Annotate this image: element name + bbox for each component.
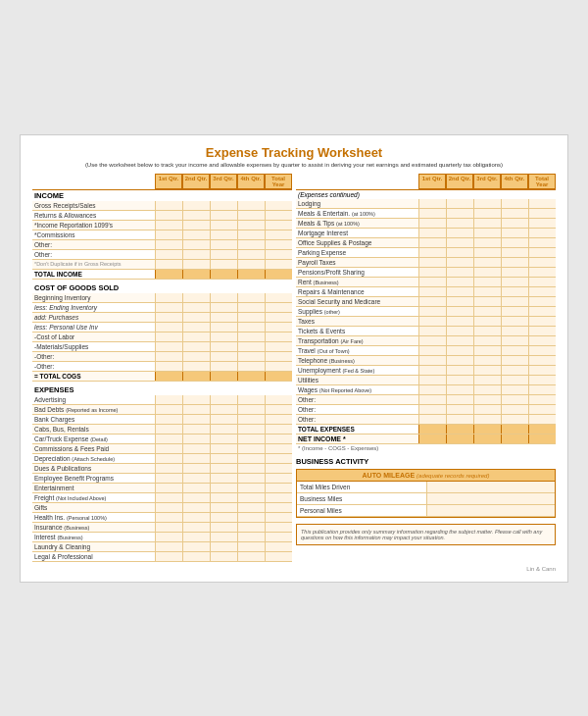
col-header-q4-left: 4th Qtr. bbox=[237, 174, 265, 189]
table-row: Lodging bbox=[296, 199, 556, 209]
table-row: Meals & Entertain. (at 100%) bbox=[296, 209, 556, 219]
table-row: Gross Receipts/Sales bbox=[32, 201, 292, 211]
expenses-section-title: EXPENSES bbox=[32, 384, 292, 395]
footer: Lin & Cann bbox=[32, 566, 556, 572]
table-row: Employee Benefit Programs bbox=[32, 474, 292, 484]
table-row: add: Purchases bbox=[32, 313, 292, 323]
income-section-title: INCOME bbox=[32, 190, 292, 201]
table-row: Rent (Business) bbox=[296, 278, 556, 287]
left-col-headers: 1st Qtr. 2nd Qtr. 3rd Qtr. 4th Qtr. Tota… bbox=[32, 174, 292, 190]
table-row: Supplies (other) bbox=[296, 307, 556, 317]
label-spacer-right bbox=[296, 174, 418, 189]
table-row: Travel (Out of Town) bbox=[296, 346, 556, 356]
income-formula: * (Income - COGS - Expenses) bbox=[296, 444, 556, 452]
table-row: Telephone (Business) bbox=[296, 356, 556, 366]
table-row: Meals & Tips (at 100%) bbox=[296, 219, 556, 229]
table-row: Other: bbox=[32, 240, 292, 250]
table-row: Advertising bbox=[32, 395, 292, 405]
table-row: Laundry & Cleaning bbox=[32, 542, 292, 552]
table-row: Office Supplies & Postage bbox=[296, 238, 556, 248]
label-spacer bbox=[32, 174, 155, 189]
table-row: Payroll Taxes bbox=[296, 258, 556, 268]
table-row: *Commissions bbox=[32, 230, 292, 240]
auto-mileage-header: AUTO MILEAGE (adequate records required) bbox=[297, 470, 555, 482]
table-row: -Cost of Labor bbox=[32, 332, 292, 342]
table-row: Other: bbox=[296, 405, 556, 415]
business-activity-title: BUSINESS ACTIVITY bbox=[296, 457, 556, 466]
total-cogs-row: = TOTAL COGS bbox=[32, 372, 292, 382]
col-header-q4-right: 4th Qtr. bbox=[501, 174, 528, 189]
table-row: Bad Debts (Reported as Income) bbox=[32, 405, 292, 415]
table-row: Transportation (Air Fare) bbox=[296, 336, 556, 346]
table-row: Insurance (Business) bbox=[32, 523, 292, 533]
expenses-cont-title: (Expenses continued) bbox=[296, 190, 556, 199]
disclaimer: This publication provides only summary i… bbox=[296, 524, 556, 545]
col-header-q1-right: 1st Qtr. bbox=[418, 174, 446, 189]
table-row: less: Ending Inventory bbox=[32, 303, 292, 313]
mileage-row-total: Total Miles Driven bbox=[297, 482, 555, 493]
table-row: Dues & Publications bbox=[32, 464, 292, 474]
table-row: Health Ins. (Personal 100%) bbox=[32, 513, 292, 523]
table-row: Cabs, Bus, Rentals bbox=[32, 425, 292, 435]
col-header-total-left: Total Year bbox=[265, 174, 292, 189]
table-row: Commissions & Fees Paid bbox=[32, 444, 292, 454]
table-row: Unemployment (Fed & State) bbox=[296, 366, 556, 376]
table-row: Entertainment bbox=[32, 484, 292, 493]
table-row: Other: bbox=[32, 250, 292, 260]
table-row: Parking Expense bbox=[296, 248, 556, 258]
table-row: Bank Charges bbox=[32, 415, 292, 425]
page-subtitle: (Use the worksheet below to track your i… bbox=[32, 162, 556, 168]
table-row: Gifts bbox=[32, 503, 292, 513]
mileage-row-business: Business Miles bbox=[297, 493, 555, 505]
table-row: Social Security and Medicare bbox=[296, 297, 556, 307]
table-row: Tickets & Events bbox=[296, 327, 556, 336]
table-row: Wages (Not Reported Above) bbox=[296, 385, 556, 395]
table-row: Pensions/Profit Sharing bbox=[296, 268, 556, 278]
table-row: Legal & Professional bbox=[32, 552, 292, 562]
col-header-q3-left: 3rd Qtr. bbox=[210, 174, 237, 189]
right-col-headers: 1st Qtr. 2nd Qtr. 3rd Qtr. 4th Qtr. Tota… bbox=[296, 174, 556, 190]
table-row: Interest (Business) bbox=[32, 533, 292, 542]
cogs-section-title: COST OF GOODS SOLD bbox=[32, 282, 292, 293]
right-column: 1st Qtr. 2nd Qtr. 3rd Qtr. 4th Qtr. Tota… bbox=[296, 174, 556, 562]
table-row: Taxes bbox=[296, 317, 556, 327]
table-row: Depreciation (Attach Schedule) bbox=[32, 454, 292, 464]
col-header-q2-left: 2nd Qtr. bbox=[182, 174, 210, 189]
table-row: -Materials/Supplies bbox=[32, 342, 292, 352]
table-row: *Income Reportation 1099's bbox=[32, 221, 292, 230]
main-grid: 1st Qtr. 2nd Qtr. 3rd Qtr. 4th Qtr. Tota… bbox=[32, 174, 556, 562]
table-row: *Don't Duplicate if in Gross Receipts bbox=[32, 260, 292, 270]
table-row: Utilities bbox=[296, 376, 556, 385]
table-row: less: Personal Use Inv bbox=[32, 323, 292, 332]
page: Expense Tracking Worksheet (Use the work… bbox=[20, 134, 568, 583]
col-header-total-right: Total Year bbox=[528, 174, 556, 189]
left-column: 1st Qtr. 2nd Qtr. 3rd Qtr. 4th Qtr. Tota… bbox=[32, 174, 292, 562]
table-row: Returns & Allowances bbox=[32, 211, 292, 221]
total-expenses-row: TOTAL EXPENSES bbox=[296, 425, 556, 435]
page-title: Expense Tracking Worksheet bbox=[32, 145, 556, 160]
table-row: Mortgage Interest bbox=[296, 229, 556, 238]
col-header-q3-right: 3rd Qtr. bbox=[473, 174, 501, 189]
total-income-row: TOTAL INCOME bbox=[32, 270, 292, 280]
table-row: -Other: bbox=[32, 362, 292, 372]
col-header-q1-left: 1st Qtr. bbox=[155, 174, 182, 189]
table-row: Repairs & Maintenance bbox=[296, 287, 556, 297]
table-row: -Other: bbox=[32, 352, 292, 362]
table-row: Freight (Not Included Above) bbox=[32, 493, 292, 503]
net-income-row: NET INCOME * bbox=[296, 435, 556, 444]
table-row: Car/Truck Expense (Detail) bbox=[32, 435, 292, 444]
col-header-q2-right: 2nd Qtr. bbox=[446, 174, 473, 189]
table-row: Other: bbox=[296, 395, 556, 405]
auto-mileage-box: AUTO MILEAGE (adequate records required)… bbox=[296, 469, 556, 518]
table-row: Beginning Inventory bbox=[32, 293, 292, 303]
table-row: Other: bbox=[296, 415, 556, 425]
mileage-row-personal: Personal Miles bbox=[297, 505, 555, 517]
